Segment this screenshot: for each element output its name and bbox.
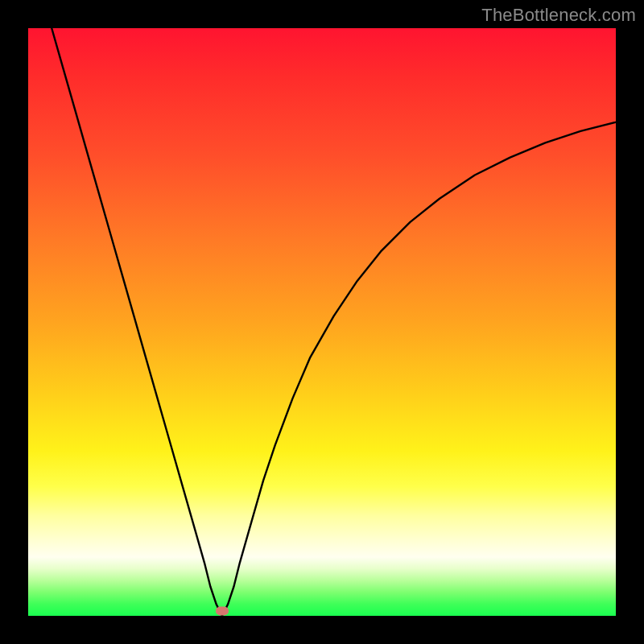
bottleneck-curve (28, 28, 616, 616)
chart-frame: TheBottleneck.com (0, 0, 644, 644)
watermark-text: TheBottleneck.com (481, 5, 636, 26)
plot-area (28, 28, 616, 616)
optimal-point-marker (216, 607, 229, 616)
